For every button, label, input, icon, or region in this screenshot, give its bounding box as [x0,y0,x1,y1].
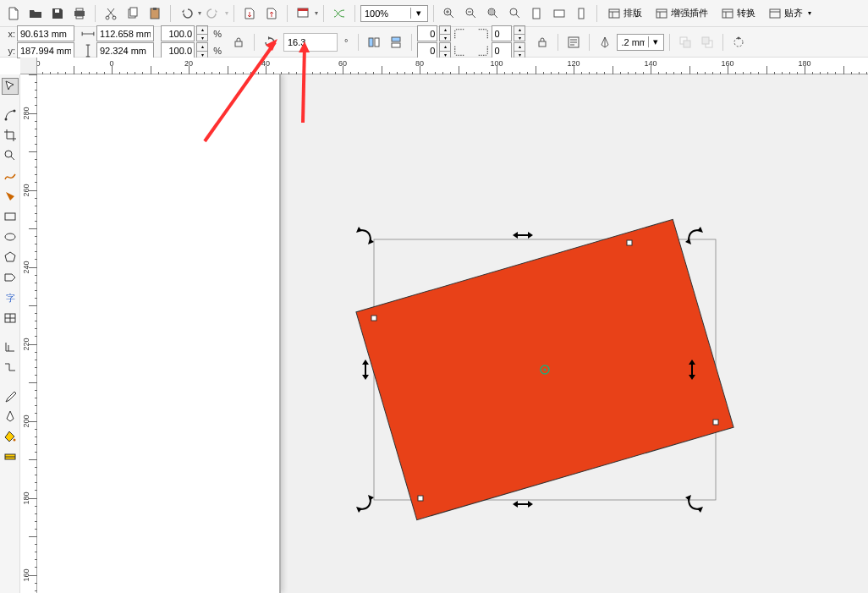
ellipse-tool-icon[interactable] [2,228,19,245]
zoom-level-box[interactable]: ▾ [360,5,428,22]
main-toolbar: ▾ ▾ ▾ ▾ 排版 增强插件 转换 贴齐▾ [0,0,868,27]
to-back-icon[interactable] [697,32,717,52]
outline-pen-icon[interactable] [595,32,615,52]
zoom-input[interactable] [361,8,410,19]
open-icon[interactable] [25,3,46,24]
interactive-fill-tool-icon[interactable] [2,448,19,465]
scale-x-input[interactable] [161,25,195,41]
snap-menu[interactable]: 贴齐▾ [763,3,817,24]
zoom-out-icon[interactable] [461,3,481,24]
text-tool-icon[interactable]: 字 [2,289,19,306]
canvas-area[interactable] [37,74,868,593]
bbox-node[interactable] [371,316,376,321]
mirror-v-icon[interactable] [386,32,406,52]
corner-lock-icon[interactable] [532,32,552,52]
corner-tr-input[interactable] [492,25,512,41]
zoom-width-icon[interactable] [549,3,569,24]
mirror-h-icon[interactable] [364,32,384,52]
shape-tool-icon[interactable] [2,107,19,124]
scale-y-input[interactable] [161,42,195,58]
scale-x-spinner[interactable]: ▴▾ [196,25,208,41]
rotation-box[interactable] [283,33,338,52]
fill-tool-icon[interactable] [2,428,19,445]
dimension-tool-icon[interactable] [2,338,19,355]
bbox-node[interactable] [418,496,423,501]
zoom-page-icon[interactable] [527,3,547,24]
vertical-ruler[interactable]: 280260240220200180160140120 [20,74,37,593]
plugin-menu[interactable]: 增强插件 [650,3,714,24]
rotate-handle-br[interactable] [685,495,703,513]
rotation-icon[interactable] [260,32,280,52]
redo-icon[interactable] [203,3,223,24]
corner-bl-input[interactable] [417,42,437,58]
property-bar: x: y: ▴▾% ▴▾% ° ▴▾ ▴▾ ▴▾ ▴▾ ▾ [0,27,868,58]
wrap-text-icon[interactable] [563,32,584,52]
corner-br-input[interactable] [492,42,512,58]
zoom-selection-icon[interactable] [505,3,525,24]
skew-handle-left[interactable] [362,360,369,380]
zoom-tool-icon[interactable] [2,147,19,164]
height-input[interactable] [100,46,151,56]
paste-icon[interactable] [145,3,165,24]
basic-shapes-tool-icon[interactable] [2,269,19,286]
app-launcher-icon[interactable] [293,3,313,24]
outline-width-box[interactable]: ▾ [617,34,664,51]
layout-menu[interactable]: 排版 [602,3,648,24]
skew-handle-bottom[interactable] [513,501,533,508]
zoom-height-icon[interactable] [571,3,591,24]
svg-rect-23 [770,9,780,18]
smart-fill-tool-icon[interactable] [2,188,19,205]
undo-dropdown-icon[interactable]: ▾ [198,9,201,17]
polygon-tool-icon[interactable] [2,249,19,266]
svg-point-36 [738,36,740,39]
rotation-input[interactable] [284,37,318,47]
new-icon[interactable] [3,3,24,24]
outline-width-input[interactable] [618,37,648,47]
rotate-handle-bl[interactable] [356,495,374,513]
bbox-node[interactable] [713,420,718,425]
zoom-in-icon[interactable] [439,3,459,24]
corner-tl-spinner[interactable]: ▴▾ [439,25,451,41]
export-icon[interactable] [261,3,282,24]
crop-tool-icon[interactable] [2,127,19,144]
table-tool-icon[interactable] [2,310,19,327]
connector-tool-icon[interactable] [2,359,19,376]
pick-tool-icon[interactable] [2,78,19,95]
rotate-handle-tl[interactable] [356,227,374,244]
welcome-icon[interactable] [329,3,349,24]
corner-tl-input[interactable] [417,25,437,41]
eyedropper-tool-icon[interactable] [2,387,19,404]
svg-text:字: 字 [6,293,15,303]
scale-y-spinner[interactable]: ▴▾ [196,42,208,58]
bbox-node[interactable] [627,240,632,245]
app-dropdown-icon[interactable]: ▾ [315,9,318,17]
undo-icon[interactable] [176,3,196,24]
zoom-dropdown-icon[interactable]: ▾ [410,8,426,19]
outline-tool-icon[interactable] [2,408,19,425]
to-front-icon[interactable] [675,32,695,52]
convert-menu[interactable]: 转换 [716,3,761,24]
convert-curves-icon[interactable] [728,32,749,52]
skew-handle-top[interactable] [513,232,533,239]
print-icon[interactable] [69,3,90,24]
y-position-input[interactable] [20,46,71,56]
rectangle-tool-icon[interactable] [2,208,19,225]
svg-rect-7 [130,8,137,16]
outline-dropdown-icon[interactable]: ▾ [648,36,662,47]
copy-icon[interactable] [123,3,143,24]
corner-tr-spinner[interactable]: ▴▾ [514,25,525,41]
corner-br-spinner[interactable]: ▴▾ [514,42,525,58]
import-icon[interactable] [239,3,260,24]
save-icon[interactable] [47,3,68,24]
separator [354,5,355,22]
cut-icon[interactable] [101,3,121,24]
rotate-handle-tr[interactable] [685,227,703,244]
x-position-input[interactable] [20,29,71,39]
lock-ratio-icon[interactable] [228,32,249,52]
freehand-tool-icon[interactable] [2,167,19,184]
horizontal-ruler[interactable]: -20020406080100120140160180200 [20,58,868,74]
corner-bl-spinner[interactable]: ▴▾ [439,42,451,58]
width-input[interactable] [100,29,151,39]
zoom-fit-icon[interactable] [483,3,503,24]
canvas-svg [37,74,868,593]
